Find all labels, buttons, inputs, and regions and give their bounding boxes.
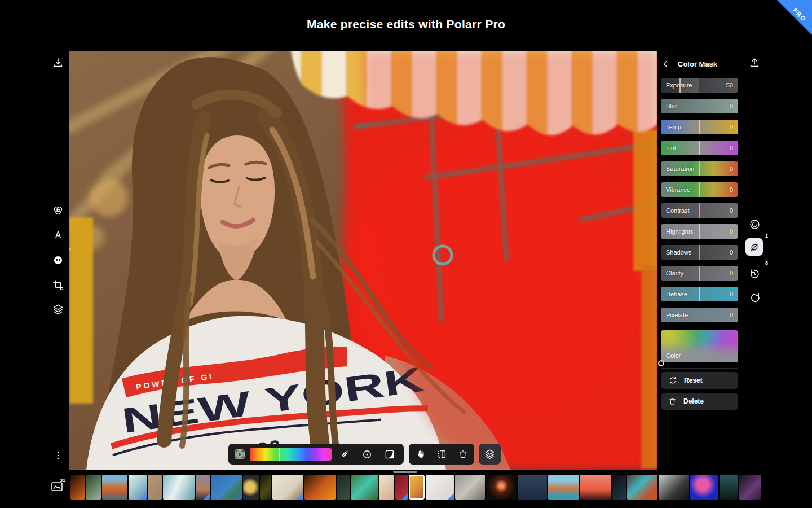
thumbnail-surfer-dark[interactable]: [612, 475, 626, 500]
slider-label: Highlights: [666, 228, 693, 235]
yellow-pole: [69, 217, 93, 404]
slider-value: 0: [730, 165, 733, 172]
thumbnail-food-plate[interactable]: [243, 475, 259, 500]
slider-clarity[interactable]: Clarity0: [661, 266, 738, 281]
invert-mask-button[interactable]: [380, 449, 399, 460]
thumbnail-palms-dusk[interactable]: [196, 475, 210, 500]
delete-label: Delete: [683, 397, 704, 405]
download-button[interactable]: [48, 54, 68, 73]
face-edit-button[interactable]: 1: [48, 251, 68, 270]
layers-icon: [52, 303, 64, 316]
photo-canvas[interactable]: POWER OF GI NEW YORK 1998: [69, 51, 657, 470]
slider-value: 0: [730, 124, 733, 130]
hand-pan-button[interactable]: [411, 449, 430, 459]
adjustments-button[interactable]: [48, 201, 68, 220]
thumbnail-dark-blooms[interactable]: [260, 475, 271, 500]
thumbnail-havana-street[interactable]: [548, 475, 579, 500]
brush-mask-tool-active[interactable]: 1: [745, 238, 763, 256]
thumbnail-canal-buildings[interactable]: [102, 475, 127, 500]
delete-button[interactable]: Delete: [661, 393, 738, 410]
delete-mask-button[interactable]: [453, 449, 473, 459]
slider-saturation[interactable]: Saturation0: [661, 161, 738, 176]
trash-icon: [458, 449, 468, 459]
slider-label: Clarity: [666, 270, 683, 277]
slider-dehaze[interactable]: Dehaze0: [661, 287, 738, 301]
slider-shadows[interactable]: Shadows0: [661, 245, 738, 260]
thumbnail-jellyfish[interactable]: [690, 475, 718, 500]
history-button[interactable]: 8: [745, 264, 764, 283]
invert-mask-icon: [384, 449, 395, 460]
pro-corner-badge: [297, 493, 303, 500]
slider-value: 0: [730, 228, 733, 235]
redo-button[interactable]: [745, 288, 764, 307]
color-picker-box[interactable]: Color: [661, 330, 738, 362]
thumbnail-headwrap-woman[interactable]: [627, 475, 657, 500]
thumbnail-dark-window[interactable]: [337, 475, 350, 500]
filmstrip-resize-handle[interactable]: [393, 471, 417, 473]
thumbnail-sand-texture[interactable]: [148, 475, 162, 500]
thumbnail-island-aerial[interactable]: [211, 475, 242, 500]
pro-corner-badge: [140, 493, 147, 500]
thumbnail-forest-river[interactable]: [351, 475, 378, 500]
layers-button[interactable]: [48, 300, 68, 319]
text-tool-button[interactable]: A: [48, 226, 68, 245]
radial-brush-button[interactable]: [358, 449, 377, 460]
hue-range-slider[interactable]: [250, 448, 332, 461]
color-target-swatch[interactable]: [233, 448, 246, 461]
more-menu-button[interactable]: [48, 446, 68, 465]
page-title: Make precise edits with Polarr Pro: [0, 17, 812, 31]
download-icon: [52, 57, 64, 69]
thumbnail-list: [70, 475, 761, 500]
slider-value: 0: [730, 291, 733, 297]
thumbnail-cafe-woman-current[interactable]: [409, 475, 425, 500]
slider-label: Shadows: [666, 249, 691, 256]
thumbnail-embers[interactable]: [304, 475, 336, 500]
slider-contrast[interactable]: Contrast0: [661, 203, 738, 218]
thumbnail-sunset-silhouette[interactable]: [580, 475, 611, 500]
slider-highlights[interactable]: Highlights0: [661, 224, 738, 239]
thumbnail-ocean-wave[interactable]: [163, 475, 195, 500]
thumbnail-night-castle[interactable]: [720, 475, 738, 500]
slider-temp[interactable]: Temp0: [661, 120, 738, 134]
thumbnail-bw-tower[interactable]: [659, 475, 689, 500]
crop-button[interactable]: [48, 275, 68, 295]
thumbnail-purple-blooms[interactable]: [739, 475, 761, 500]
thumbnail-surf-aerial[interactable]: [129, 475, 147, 500]
slider-blur[interactable]: Blur0: [661, 99, 738, 113]
radial-mask-button[interactable]: [745, 214, 764, 234]
face-edit-badge: 1: [69, 247, 72, 252]
thumbnail-red-portrait[interactable]: [395, 475, 408, 500]
hue-slider-indicator[interactable]: [279, 448, 280, 461]
reset-button[interactable]: Reset: [661, 372, 738, 389]
color-picker-handle[interactable]: [658, 360, 664, 366]
radial-brush-icon: [361, 449, 373, 460]
thumbnail-green-statue[interactable]: [86, 475, 101, 500]
thumbnail-bride[interactable]: [426, 475, 454, 500]
slider-exposure[interactable]: Exposure-50: [661, 78, 738, 93]
slider-value: 0: [730, 144, 733, 151]
slider-pixelate[interactable]: Pixelate0: [661, 308, 738, 322]
svg-text:A: A: [55, 230, 61, 240]
layers-panel-button[interactable]: [479, 444, 501, 465]
thumbnail-dried-flowers[interactable]: [379, 475, 394, 500]
thumbnail-eclipse[interactable]: [486, 475, 517, 500]
redo-icon: [749, 292, 761, 304]
slider-label: Tint: [666, 144, 676, 151]
pro-corner-badge: [448, 493, 454, 500]
thumbnail-woman-room[interactable]: [455, 475, 485, 500]
thumbnail-fire-palms[interactable]: [70, 475, 85, 500]
compare-before-after-button[interactable]: [432, 449, 451, 459]
slider-tint[interactable]: Tint0: [661, 141, 738, 155]
thumbnail-storm-sea[interactable]: [518, 475, 547, 500]
slider-value: 0: [730, 249, 733, 256]
slider-vibrance[interactable]: Vibrance0: [661, 182, 738, 197]
slider-value: 0: [730, 103, 733, 110]
feather-brush-button[interactable]: [335, 449, 354, 460]
filmstrip: 31: [0, 475, 812, 500]
share-button[interactable]: [745, 54, 764, 73]
slider-label: Blur: [666, 103, 677, 110]
back-chevron-icon[interactable]: [661, 59, 670, 69]
thumbnail-deer[interactable]: [272, 475, 303, 500]
photo-image: POWER OF GI NEW YORK 1998: [69, 51, 657, 470]
pro-corner-badge: [204, 493, 210, 500]
